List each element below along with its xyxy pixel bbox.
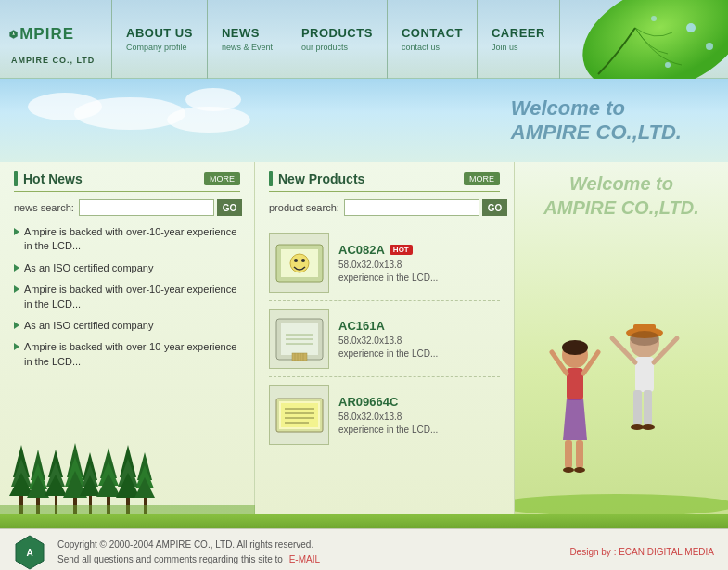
news-item-1-text: As an ISO certified company <box>24 261 153 275</box>
nav-item-contact[interactable]: CONTACT contact us <box>388 0 478 79</box>
news-item-3-text: As an ISO certified company <box>24 319 153 333</box>
product-name-0: AC082A <box>338 243 385 257</box>
news-search-go-button[interactable]: GO <box>217 199 243 216</box>
footer-design-company: ECAN DIGITAL MEDIA <box>619 547 714 557</box>
new-products-title-row: New Products MORE <box>269 171 500 192</box>
nav-item-news[interactable]: NEWS news & Event <box>208 0 287 79</box>
nav-sub-products: our products <box>301 43 373 52</box>
product-info-0: AC082A HOT 58.0x32.0x13.8 experience in … <box>338 243 500 283</box>
product-item-1[interactable]: AC161A 58.0x32.0x13.8 experience in the … <box>269 301 500 377</box>
product-search-row: product search: GO <box>269 199 500 216</box>
hot-news-panel: Hot News MORE news search: GO Ampire is … <box>0 162 255 514</box>
nav-item-about[interactable]: ABOUT US Company profile <box>112 0 208 79</box>
welcome-panel: Welcome to AMPIRE CO.,LTD. <box>515 162 728 514</box>
hero-welcome-text: Welcome to AMPIRE CO.,LTD. <box>511 96 682 145</box>
svg-rect-77 <box>635 357 654 392</box>
svg-point-64 <box>562 340 588 355</box>
hot-news-title-row: Hot News MORE <box>14 171 240 192</box>
logo-name-text: MPIRE <box>19 25 74 44</box>
footer-design-area: Design by : ECAN DIGITAL MEDIA <box>569 547 714 557</box>
hot-badge-0: HOT <box>390 245 413 255</box>
nav-sub-news: news & Event <box>222 43 273 52</box>
news-bullet-0 <box>14 228 19 235</box>
hero-banner: Welcome to AMPIRE CO.,LTD. <box>0 79 728 162</box>
nav-sub-about: Company profile <box>126 43 193 52</box>
nav-sub-contact: contact us <box>402 43 463 52</box>
hot-news-title: Hot News <box>23 171 204 186</box>
welcome-line2: AMPIRE CO.,LTD. <box>524 196 719 220</box>
product-info-1: AC161A 58.0x32.0x13.8 experience in the … <box>338 319 500 359</box>
news-item-1[interactable]: As an ISO certified company <box>14 261 240 275</box>
product-search-input[interactable] <box>344 199 479 216</box>
news-search-label: news search: <box>14 202 74 213</box>
news-item-3[interactable]: As an ISO certified company <box>14 319 240 333</box>
product-search-label: product search: <box>269 202 339 213</box>
welcome-line1: Welcome to <box>524 171 719 196</box>
news-item-4-text: Ampire is backed with over-10-year exper… <box>24 340 240 369</box>
people-illustration <box>515 310 728 514</box>
product-dims-0: 58.0x32.0x13.8 <box>338 260 500 270</box>
news-item-0-text: Ampire is backed with over-10-year exper… <box>24 225 240 254</box>
product-thumb-1 <box>269 309 329 369</box>
product-item-0[interactable]: AC082A HOT 58.0x32.0x13.8 experience in … <box>269 225 500 301</box>
svg-rect-50 <box>292 353 307 361</box>
product-desc-0: experience in the LCD... <box>338 272 500 283</box>
welcome-text-right: Welcome to AMPIRE CO.,LTD. <box>515 162 728 229</box>
footer-copyright: Copyright © 2000-2004 AMPIRE CO., LTD. A… <box>57 538 320 552</box>
nav-item-products[interactable]: PRODUCTS our products <box>287 0 388 79</box>
svg-rect-57 <box>281 403 318 427</box>
svg-point-3 <box>686 23 696 32</box>
logo-box[interactable]: A MPIRE <box>9 14 74 56</box>
new-products-panel: New Products MORE product search: GO <box>255 162 515 514</box>
svg-text:A: A <box>26 548 32 558</box>
product-item-2[interactable]: AR09664C 58.0x32.0x13.8 experience in th… <box>269 377 500 452</box>
nav-label-about: ABOUT US <box>126 26 193 40</box>
svg-rect-65 <box>567 368 583 400</box>
product-name-2: AR09664C <box>338 395 398 409</box>
product-desc-1: experience in the LCD... <box>338 348 500 359</box>
svg-rect-80 <box>633 390 642 425</box>
news-item-4[interactable]: Ampire is backed with over-10-year exper… <box>14 340 240 369</box>
product-desc-2: experience in the LCD... <box>338 424 500 435</box>
news-bullet-3 <box>14 322 19 329</box>
nav-area: ABOUT US Company profile NEWS news & Eve… <box>111 0 560 78</box>
svg-rect-69 <box>565 440 572 468</box>
product-info-2: AR09664C 58.0x32.0x13.8 experience in th… <box>338 395 500 435</box>
product-dims-1: 58.0x32.0x13.8 <box>338 336 500 346</box>
news-bullet-1 <box>14 264 19 272</box>
news-item-2[interactable]: Ampire is backed with over-10-year exper… <box>14 283 240 311</box>
news-search-row: news search: GO <box>14 199 240 216</box>
news-search-input[interactable] <box>79 199 214 216</box>
svg-point-43 <box>294 259 298 262</box>
news-bullet-4 <box>14 343 19 350</box>
new-products-more-button[interactable]: MORE <box>464 172 500 185</box>
svg-point-72 <box>574 467 585 473</box>
products-title-bar <box>269 171 273 186</box>
title-bar <box>14 171 18 186</box>
svg-rect-81 <box>644 390 652 425</box>
news-item-0[interactable]: Ampire is backed with over-10-year exper… <box>14 225 240 254</box>
footer-design-label: Design by : <box>569 547 616 557</box>
logo-area: A MPIRE AMPIRE CO., LTD <box>0 14 111 65</box>
cloud-2 <box>74 97 185 130</box>
product-thumb-2 <box>269 385 329 445</box>
nav-label-products: PRODUCTS <box>301 26 373 40</box>
product-dims-2: 58.0x32.0x13.8 <box>338 412 500 422</box>
svg-rect-39 <box>0 505 255 514</box>
company-name: AMPIRE CO., LTD <box>11 56 95 65</box>
product-search-go-button[interactable]: GO <box>482 199 508 216</box>
hot-news-more-button[interactable]: MORE <box>204 172 240 185</box>
trees-decoration <box>0 440 255 514</box>
header: A MPIRE AMPIRE CO., LTD ABOUT US Company… <box>0 0 728 79</box>
footer-email-link[interactable]: E-MAIL <box>289 554 320 564</box>
svg-rect-70 <box>576 440 583 468</box>
svg-marker-68 <box>563 399 587 440</box>
svg-point-4 <box>706 43 713 50</box>
news-bullet-2 <box>14 285 19 293</box>
nav-label-news: NEWS <box>222 26 273 40</box>
main-content: Hot News MORE news search: GO Ampire is … <box>0 162 728 514</box>
product-thumb-0 <box>269 233 329 293</box>
footer: A Copyright © 2000-2004 AMPIRE CO., LTD.… <box>0 528 728 570</box>
news-item-2-text: Ampire is backed with over-10-year exper… <box>24 283 240 311</box>
svg-point-6 <box>651 16 657 21</box>
